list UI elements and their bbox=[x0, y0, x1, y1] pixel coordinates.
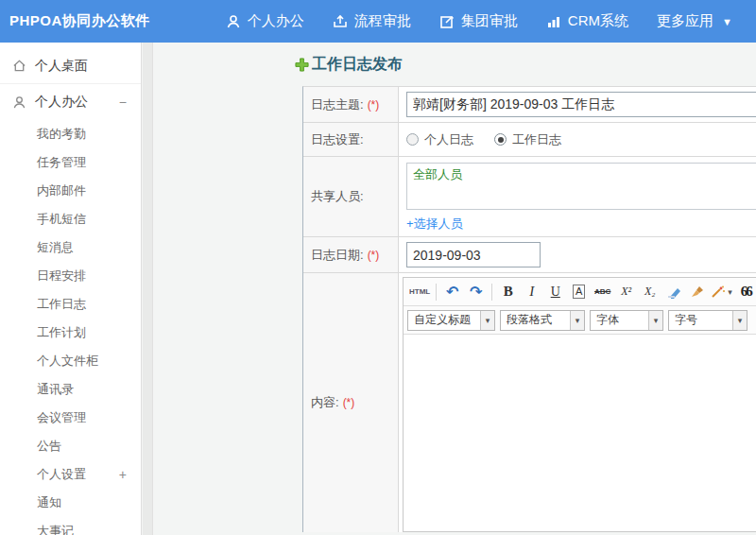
subject-value-cell bbox=[399, 87, 756, 122]
nav-item-crm[interactable]: CRM系统 bbox=[546, 12, 628, 30]
dropdown-label: 字体 bbox=[591, 312, 648, 328]
expand-icon[interactable]: + bbox=[119, 467, 127, 482]
nav-item-more-apps[interactable]: 更多应用 ▼ bbox=[657, 12, 732, 30]
add-plus-icon bbox=[295, 58, 309, 72]
sidebar-item-short-message[interactable]: 短消息 bbox=[0, 233, 141, 262]
caret-down-icon: ▾ bbox=[480, 311, 494, 330]
panel-splitter[interactable] bbox=[143, 43, 153, 535]
radio-work-log[interactable]: 工作日志 bbox=[494, 131, 561, 148]
sidebar-item-personal-settings[interactable]: 个人设置 + bbox=[0, 460, 141, 489]
sidebar-item-label: 内部邮件 bbox=[37, 182, 86, 199]
radio-personal-log[interactable]: 个人日志 bbox=[406, 131, 473, 148]
page-title: 工作日志发布 bbox=[295, 55, 756, 75]
caret-down-icon: ▾ bbox=[732, 311, 747, 330]
sidebar-item-label: 通知 bbox=[37, 494, 61, 511]
nav-label: CRM系统 bbox=[568, 12, 628, 30]
radio-checked-icon[interactable] bbox=[494, 133, 507, 146]
form-row-settings: 日志设置: 个人日志 工作日志 bbox=[303, 123, 756, 157]
content-label: 内容: (*) bbox=[303, 273, 399, 532]
edit-approve-icon bbox=[439, 14, 455, 29]
sidebar-item-label: 日程安排 bbox=[37, 268, 86, 285]
sidebar-item-work-plan[interactable]: 工作计划 bbox=[0, 319, 141, 347]
date-value-cell bbox=[399, 237, 756, 272]
share-people-text: 全部人员 bbox=[413, 167, 462, 181]
nav-label: 流程审批 bbox=[354, 12, 411, 30]
sidebar-item-work-log[interactable]: 工作日志 bbox=[0, 290, 141, 319]
label-text: 共享人员: bbox=[311, 188, 364, 205]
html-source-button[interactable]: HTML bbox=[408, 281, 431, 302]
font-color-button[interactable]: A bbox=[568, 281, 590, 302]
sidebar-item-personal-desktop[interactable]: 个人桌面 bbox=[0, 48, 141, 84]
date-input[interactable] bbox=[406, 242, 541, 268]
strikethrough-button[interactable]: ABC bbox=[592, 281, 613, 302]
sidebar-item-announcement[interactable]: 公告 bbox=[0, 432, 141, 460]
nav-item-workflow-approval[interactable]: 流程审批 bbox=[333, 12, 411, 30]
app-logo: PHPOA协同办公软件 bbox=[9, 12, 150, 30]
broom-icon bbox=[690, 285, 705, 299]
sidebar-item-personal-files[interactable]: 个人文件柜 bbox=[0, 347, 141, 375]
rich-text-editor: HTML ↶ ↷ B I U A ABC X² bbox=[403, 277, 756, 532]
underline-button[interactable]: U bbox=[544, 281, 566, 302]
collapse-icon[interactable]: − bbox=[119, 95, 127, 110]
format-brush-button[interactable] bbox=[686, 281, 708, 302]
share-people-box[interactable]: 全部人员 bbox=[406, 163, 756, 210]
sidebar-item-sms[interactable]: 手机短信 bbox=[0, 205, 141, 233]
nav-label: 更多应用 bbox=[657, 12, 713, 30]
sidebar-item-internal-mail[interactable]: 内部邮件 bbox=[0, 177, 141, 205]
sidebar-item-label: 公告 bbox=[37, 438, 61, 455]
radio-unchecked-icon[interactable] bbox=[406, 133, 419, 146]
share-label: 共享人员: bbox=[303, 157, 399, 236]
top-nav: 个人办公 流程审批 集团审批 CRM系统 更多应用 bbox=[226, 12, 756, 30]
undo-button[interactable]: ↶ bbox=[441, 281, 463, 302]
dropdown-label: 段落格式 bbox=[501, 312, 570, 328]
sidebar-item-notification[interactable]: 通知 bbox=[0, 489, 141, 517]
redo-button[interactable]: ↷ bbox=[465, 281, 487, 302]
sidebar-item-label: 短消息 bbox=[37, 239, 74, 256]
eraser-button[interactable] bbox=[662, 281, 684, 302]
sidebar-item-label: 手机短信 bbox=[37, 211, 86, 228]
workflow-icon bbox=[333, 14, 348, 29]
toolbar-separator bbox=[436, 284, 437, 301]
paragraph-format-dropdown[interactable]: 段落格式 ▾ bbox=[500, 310, 585, 331]
sidebar-item-label: 会议管理 bbox=[37, 409, 86, 426]
bold-button[interactable]: B bbox=[497, 281, 519, 302]
required-marker: (*) bbox=[368, 249, 380, 262]
toolbar-separator bbox=[491, 284, 492, 301]
nav-item-group-approval[interactable]: 集团审批 bbox=[439, 12, 518, 30]
sidebar-item-meeting-management[interactable]: 会议管理 bbox=[0, 404, 141, 432]
sidebar: 个人桌面 个人办公 − 我的考勤 任务管理 内部邮件 手机短信 短消息 日程安排… bbox=[0, 43, 142, 535]
custom-heading-dropdown[interactable]: 自定义标题 ▾ bbox=[407, 310, 495, 331]
main-content: 工作日志发布 日志主题: (*) 日志设置: bbox=[153, 43, 756, 535]
sidebar-item-personal-office[interactable]: 个人办公 − bbox=[0, 84, 141, 120]
editor-content-area[interactable] bbox=[404, 335, 756, 531]
sidebar-item-label: 个人办公 bbox=[35, 94, 88, 111]
sidebar-item-big-events[interactable]: 大事记 bbox=[0, 517, 141, 535]
required-marker: (*) bbox=[368, 98, 380, 112]
font-family-dropdown[interactable]: 字体 ▾ bbox=[590, 310, 663, 331]
dropdown-label: 自定义标题 bbox=[408, 312, 480, 328]
sidebar-item-label: 任务管理 bbox=[37, 154, 86, 171]
blockquote-button[interactable]: 66 bbox=[735, 281, 756, 302]
sidebar-item-schedule[interactable]: 日程安排 bbox=[0, 262, 141, 290]
bar-chart-icon bbox=[546, 14, 561, 29]
sidebar-item-label: 工作计划 bbox=[37, 324, 86, 341]
person-icon bbox=[12, 95, 26, 110]
select-people-link[interactable]: +选择人员 bbox=[406, 216, 756, 233]
auto-typeset-button[interactable]: ▾ bbox=[710, 281, 733, 302]
italic-button[interactable]: I bbox=[521, 281, 542, 302]
log-type-radio-group: 个人日志 工作日志 bbox=[406, 131, 561, 148]
caret-down-icon: ▾ bbox=[648, 311, 662, 330]
page-title-text: 工作日志发布 bbox=[312, 55, 403, 75]
sidebar-item-label: 工作日志 bbox=[37, 296, 86, 313]
subscript-button[interactable]: X₂ bbox=[639, 281, 661, 302]
date-label: 日志日期: (*) bbox=[303, 237, 399, 272]
superscript-button[interactable]: X² bbox=[615, 281, 637, 302]
sidebar-item-task-management[interactable]: 任务管理 bbox=[0, 148, 141, 177]
font-size-dropdown[interactable]: 字号 ▾ bbox=[668, 310, 747, 331]
sidebar-item-contacts[interactable]: 通讯录 bbox=[0, 375, 141, 404]
subject-input[interactable] bbox=[406, 92, 756, 117]
nav-item-personal-office[interactable]: 个人办公 bbox=[226, 12, 304, 30]
form-row-content: 内容: (*) HTML ↶ ↷ B I bbox=[303, 273, 756, 532]
sidebar-item-my-attendance[interactable]: 我的考勤 bbox=[0, 120, 141, 148]
sidebar-item-label: 我的考勤 bbox=[37, 126, 86, 143]
